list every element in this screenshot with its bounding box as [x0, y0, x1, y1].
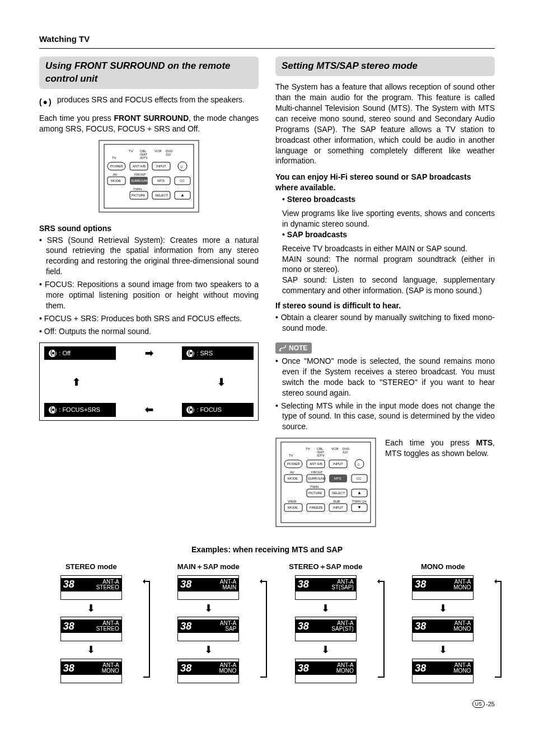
right-p1: The System has a feature that allows rec…	[275, 82, 495, 166]
section-title-right: Setting MTS/SAP stereo mode	[275, 57, 495, 76]
tv-screen: 38ANT-ASAP(ST)	[295, 617, 357, 641]
svg-text:TWIN CH: TWIN CH	[352, 500, 367, 503]
lbl-tv: TV	[129, 149, 133, 153]
arrow-down-icon: ⬇	[321, 605, 330, 612]
page-number: US-25	[39, 700, 495, 708]
channel-number: 38	[415, 619, 426, 633]
svg-point-33	[279, 350, 281, 351]
channel-number: 38	[298, 619, 309, 633]
tv-screen: 38ANT-ASTEREO	[60, 617, 122, 641]
tv-screen: 38ANT-AMAIN	[177, 575, 239, 600]
example-flow-stack: 38ANT-AMAIN⬇38ANT-ASAP⬇38ANT-AMONO	[157, 575, 261, 684]
brightness-icon: ☼	[180, 164, 184, 169]
sub2: If stereo sound is difficult to hear.	[275, 300, 495, 311]
tv-screen: 38ANT-AMONO	[177, 659, 239, 683]
sap-body2: MAIN sound: The normal program soundtrac…	[275, 254, 495, 275]
loop-back-arrow	[378, 581, 385, 678]
svg-text:SUB: SUB	[333, 500, 340, 503]
mts-press-text: Each time you press MTS, MTS toggles as …	[385, 438, 495, 459]
screen-labels: ANT-AMONO	[428, 621, 471, 632]
sound-symbol-icon	[39, 97, 55, 107]
svg-text:ANT A/B: ANT A/B	[133, 165, 146, 168]
page-header: Watching TV	[39, 34, 495, 45]
channel-number: 38	[415, 577, 426, 591]
arrow-up-icon: ⬆	[72, 375, 81, 389]
svg-text:MODE: MODE	[288, 477, 298, 480]
sound-symbol-icon	[186, 350, 194, 357]
list-item: SRS (Sound Retrieval System): Creates mo…	[39, 235, 259, 278]
svg-text:/DTV: /DTV	[317, 454, 325, 457]
srs-subhead: SRS sound options	[39, 223, 259, 234]
svg-text:MTS: MTS	[334, 477, 341, 480]
svg-text:/LD: /LD	[343, 450, 348, 454]
tv-screen: 38ANT-ASAP	[177, 617, 239, 641]
svg-text:INPUT: INPUT	[333, 462, 343, 466]
loop-back-arrow	[495, 581, 502, 678]
example-column: STEREO mode38ANT-ASTEREO⬇38ANT-ASTEREO⬇3…	[39, 562, 143, 683]
svg-text:/LD: /LD	[166, 153, 171, 156]
left-intro-2: Each time you press FRONT SURROUND, the …	[39, 113, 259, 134]
sound-symbol-icon	[49, 350, 57, 357]
list-item: Obtain a clearer sound by manually switc…	[275, 312, 495, 334]
svg-text:TWIN: TWIN	[133, 187, 142, 191]
remote-diagram-1: TV CBL /SAT /DTV VCR DVD /LD TV POWER AN…	[99, 140, 199, 215]
svg-rect-0	[99, 140, 199, 212]
channel-number: 38	[180, 661, 191, 675]
arrow-down-icon: ⬇	[204, 605, 213, 612]
svg-text:SURROUND: SURROUND	[131, 179, 149, 182]
tv-screen: 38ANT-AMONO	[412, 659, 474, 683]
svg-text:MTS: MTS	[157, 179, 165, 182]
list-item: SAP broadcasts	[275, 229, 495, 240]
svg-text:▼: ▼	[357, 505, 362, 510]
channel-number: 38	[180, 619, 191, 633]
sap-body3: SAP sound: Listen to second language, su…	[275, 275, 495, 296]
svg-text:ANT A/B: ANT A/B	[310, 462, 322, 466]
list-item: Off: Outputs the normal sound.	[39, 326, 259, 337]
svg-text:PICTURE: PICTURE	[308, 491, 322, 495]
svg-text:▲: ▲	[180, 192, 185, 198]
arrow-down-icon: ⬇	[204, 647, 213, 653]
examples-row: STEREO mode38ANT-ASTEREO⬇38ANT-ASTEREO⬇3…	[39, 562, 495, 683]
svg-text:MODE: MODE	[288, 506, 298, 509]
example-mode-title: STEREO mode	[39, 562, 143, 572]
arrow-down-icon: ⬇	[87, 605, 95, 612]
example-flow-stack: 38ANT-AST(SAP)⬇38ANT-ASAP(ST)⬇38ANT-AMON…	[274, 575, 378, 684]
channel-number: 38	[63, 619, 74, 633]
tv-screen: 38ANT-AMONO	[60, 659, 122, 683]
svg-text:VCR: VCR	[154, 149, 162, 153]
tv-screen: 38ANT-AST(SAP)	[295, 575, 357, 600]
svg-text:TWIN: TWIN	[310, 485, 318, 489]
svg-text:SELECT: SELECT	[332, 491, 345, 495]
flow-node-focus: : FOCUS	[182, 403, 254, 417]
note-badge: NOTE	[275, 342, 312, 354]
svg-text:☼: ☼	[357, 462, 360, 467]
sound-symbol-icon	[49, 406, 57, 414]
screen-labels: ANT-AMONO	[311, 663, 354, 674]
example-mode-title: MONO mode	[391, 562, 495, 572]
section-title-left: Using FRONT SURROUND on the remote contr…	[39, 57, 259, 89]
note-icon	[279, 344, 287, 352]
example-column: MAIN＋SAP mode38ANT-AMAIN⬇38ANT-ASAP⬇38AN…	[157, 562, 261, 683]
broadcast-list: Stereo broadcasts	[275, 194, 495, 205]
svg-text:TV: TV	[112, 156, 116, 159]
sound-symbol-icon	[186, 406, 194, 414]
list-item: Once "MONO" mode is selected, the sound …	[275, 356, 495, 398]
svg-text:VCR: VCR	[331, 447, 339, 450]
svg-text:PICTURE: PICTURE	[132, 194, 145, 197]
svg-text:VIEW: VIEW	[288, 500, 297, 503]
flow-node-srs: : SRS	[182, 346, 254, 360]
arrow-down-icon: ⬇	[439, 647, 447, 653]
svg-text:AV: AV	[113, 173, 118, 176]
channel-number: 38	[298, 577, 309, 591]
header-rule	[39, 48, 495, 49]
svg-text:FREEZE: FREEZE	[310, 506, 323, 509]
srs-options-list: SRS (Sound Retrieval System): Creates mo…	[39, 235, 259, 337]
arrow-down-icon: ⬇	[439, 605, 447, 612]
screen-labels: ANT-AMONO	[77, 663, 119, 674]
screen-labels: ANT-AMONO	[428, 579, 471, 590]
examples-title: Examples: when receiving MTS and SAP	[39, 544, 495, 555]
svg-text:TV: TV	[289, 454, 293, 457]
screen-labels: ANT-ASTEREO	[77, 579, 119, 590]
tv-screen: 38ANT-AMONO	[412, 575, 474, 600]
arrow-down-icon: ⬇	[321, 647, 330, 653]
